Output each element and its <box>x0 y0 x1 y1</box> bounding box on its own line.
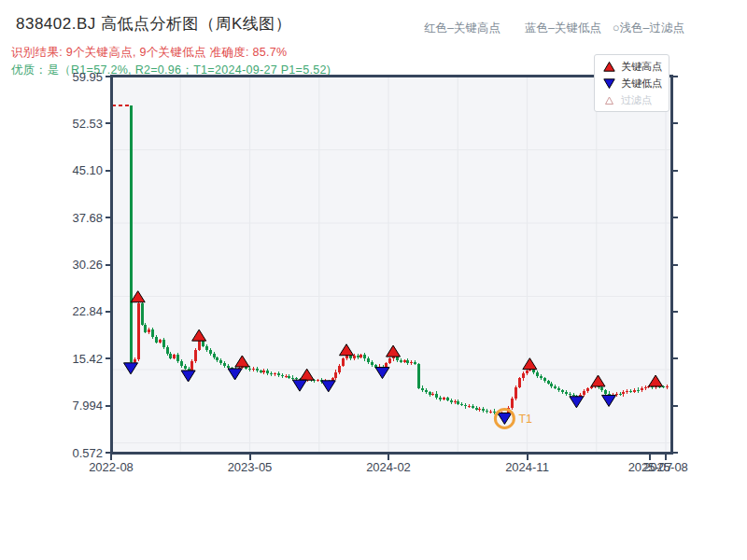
kline-analysis-page: 838402.BJ 高低点分析图（周K线图） 识别结果: 9个关键高点, 9个关… <box>0 0 747 560</box>
svg-text:7.994: 7.994 <box>72 399 103 413</box>
svg-text:2022-08: 2022-08 <box>89 460 134 474</box>
svg-text:2024-02: 2024-02 <box>366 460 411 474</box>
svg-text:0.572: 0.572 <box>72 446 103 460</box>
svg-text:59.95: 59.95 <box>72 70 103 84</box>
svg-text:52.53: 52.53 <box>72 117 103 131</box>
legend-item-key-high: 关键高点 <box>603 60 669 74</box>
legend-item-label: 关键低点 <box>621 77 662 91</box>
t1-label: T1 <box>518 413 532 426</box>
filtered-triangle-icon <box>603 95 615 105</box>
legend-item-label: 关键高点 <box>621 60 662 74</box>
svg-text:22.84: 22.84 <box>72 304 103 318</box>
key-low-triangle-icon <box>603 78 615 89</box>
svg-text:2024-11: 2024-11 <box>505 460 549 474</box>
svg-text:30.26: 30.26 <box>72 258 103 272</box>
legend-item-label: 过滤点 <box>621 93 652 107</box>
svg-text:37.68: 37.68 <box>72 211 103 225</box>
svg-text:15.42: 15.42 <box>72 352 103 366</box>
legend-item-key-low: 关键低点 <box>603 77 669 91</box>
chart-legend: 关键高点 关键低点 过滤点 <box>594 54 669 112</box>
key-high-triangle-icon <box>603 62 615 72</box>
svg-text:45.10: 45.10 <box>72 163 103 177</box>
svg-text:2023-05: 2023-05 <box>228 460 273 474</box>
svg-text:2025-08: 2025-08 <box>643 460 688 474</box>
legend-item-filtered: 过滤点 <box>603 93 669 107</box>
